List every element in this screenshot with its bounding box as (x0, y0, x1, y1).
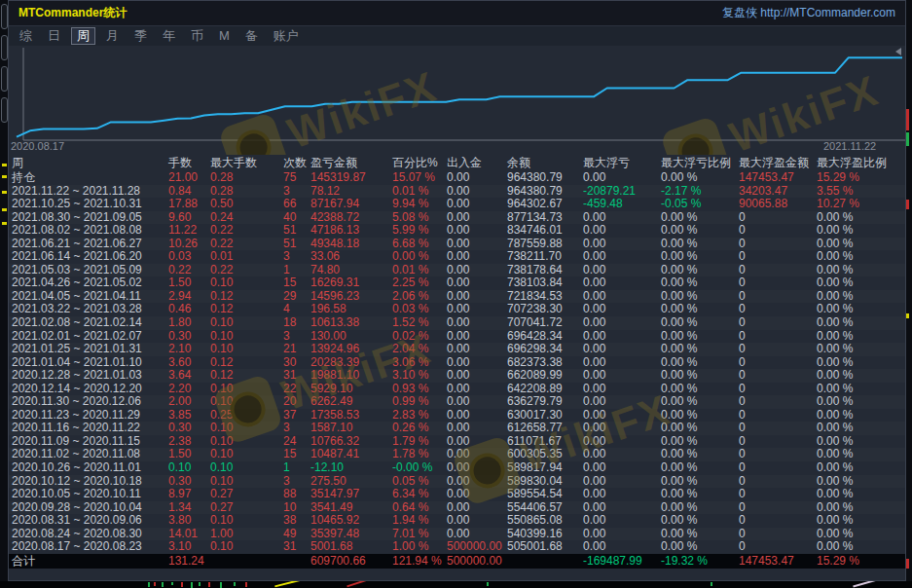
table-row[interactable]: 2020.12.14 ~ 2020.12.202.200.10225929.10… (9, 383, 905, 396)
table-row[interactable]: 2021.04.26 ~ 2021.05.021.500.101516269.3… (9, 276, 905, 290)
background-toolbar-button (1, 66, 8, 92)
menu-item-账户[interactable]: 账户 (269, 28, 304, 44)
table-cell: 10613.38 (310, 316, 392, 330)
table-row[interactable]: 2020.10.26 ~ 2020.11.010.100.101-12.10-0… (9, 461, 905, 475)
menu-item-日[interactable]: 日 (43, 28, 65, 44)
table-row[interactable]: 2020.11.16 ~ 2020.11.220.300.1031587.100… (9, 422, 905, 435)
table-cell: -2.17 % (661, 185, 739, 199)
menu-item-M[interactable]: M (214, 28, 235, 44)
table-cell: -20879.21 (583, 185, 661, 199)
table-row[interactable]: 2021.06.14 ~ 2021.06.200.030.01333.060.0… (9, 250, 905, 264)
table-row[interactable]: 2020.12.28 ~ 2021.01.033.640.123119881.1… (9, 369, 905, 383)
table-cell: 2021.04.05 ~ 2021.04.11 (12, 290, 168, 304)
table-cell: 721834.53 (507, 290, 583, 304)
menu-item-备[interactable]: 备 (240, 28, 263, 44)
table-cell: 88 (283, 488, 310, 501)
table-row[interactable]: 2020.10.12 ~ 2020.10.180.300.103275.500.… (9, 475, 905, 489)
table-row[interactable]: 2020.11.23 ~ 2020.11.293.850.253717358.5… (9, 409, 905, 423)
x-axis-end-label: 2021.11.22 (823, 140, 876, 152)
table-row[interactable]: 2021.08.30 ~ 2021.09.059.600.244042388.7… (9, 211, 905, 225)
menu-item-周[interactable]: 周 (71, 27, 95, 45)
open-position-row[interactable]: 持仓21.000.2875145319.8715.07 %0.00964380.… (9, 171, 905, 185)
table-row[interactable]: 2020.11.09 ~ 2020.11.152.380.102410766.3… (9, 435, 905, 449)
table-cell: 2021.11.22 ~ 2021.11.28 (12, 185, 168, 199)
table-row[interactable]: 2020.10.05 ~ 2020.10.118.970.278835147.9… (9, 488, 905, 501)
table-cell: 10766.32 (310, 435, 392, 449)
table-cell: 0.00 % (817, 488, 905, 501)
table-cell: 0.00 (583, 343, 661, 356)
table-cell: 0.00 (447, 528, 507, 541)
menu-bar: 综日周月季年币M备账户 (9, 26, 905, 46)
table-cell: 147453.47 (739, 554, 817, 569)
table-cell: 0.00 (583, 276, 661, 290)
table-cell: 2021.10.25 ~ 2021.10.31 (12, 198, 168, 211)
table-cell: 78.12 (310, 185, 392, 199)
menu-item-币[interactable]: 币 (186, 28, 208, 44)
total-row[interactable]: 合计131.24609700.66121.94 %500000.00-16948… (9, 554, 905, 569)
table-cell: 0 (739, 369, 817, 383)
table-cell: 51 (283, 238, 310, 251)
background-chart-strip (0, 581, 912, 588)
table-cell: 275.50 (310, 475, 392, 489)
menu-item-年[interactable]: 年 (158, 28, 180, 44)
table-cell: 0 (739, 422, 817, 435)
table-cell: 0.00 (583, 369, 661, 383)
table-row[interactable]: 2021.01.04 ~ 2021.01.103.600.123020283.3… (9, 356, 905, 370)
background-candle-red (906, 559, 909, 569)
menu-item-季[interactable]: 季 (129, 28, 152, 44)
table-cell: 6.34 % (392, 488, 447, 501)
header-cell: 最大浮盈比例 (817, 155, 905, 171)
menu-item-月[interactable]: 月 (101, 28, 124, 44)
brand-link[interactable]: 复盘侠 http://MTCommander.com (722, 5, 895, 21)
table-row[interactable]: 2021.11.22 ~ 2021.11.280.840.28378.120.0… (9, 185, 905, 199)
table-cell: 1.94 % (392, 514, 447, 528)
table-cell: 0.00 (583, 211, 661, 225)
table-cell: 145319.87 (310, 171, 392, 185)
table-row[interactable]: 2020.08.31 ~ 2020.09.063.800.103810465.9… (9, 514, 905, 528)
table-cell: 0 (739, 290, 817, 304)
table-cell: 2020.11.09 ~ 2020.11.15 (12, 435, 168, 449)
table-row[interactable]: 2021.01.25 ~ 2021.01.312.100.102113924.9… (9, 343, 905, 356)
table-cell: 5.08 % (392, 211, 447, 225)
table-cell: 0.50 (210, 198, 283, 211)
table-row[interactable]: 2020.11.30 ~ 2020.12.062.000.10206262.49… (9, 395, 905, 409)
table-cell: 4 (283, 303, 310, 316)
table-cell: 738103.84 (507, 276, 583, 290)
table-cell: 0.10 (168, 461, 210, 475)
table-row[interactable]: 2020.08.24 ~ 2020.08.3014.011.004935397.… (9, 528, 905, 541)
table-cell: 0.00 (447, 211, 507, 225)
table-cell: 1.80 (168, 316, 210, 330)
table-cell: 10.27 % (817, 198, 905, 211)
table-row[interactable]: 2021.05.03 ~ 2021.05.090.220.22174.800.0… (9, 264, 905, 277)
table-row[interactable]: 2021.04.05 ~ 2021.04.112.940.122914596.2… (9, 290, 905, 304)
table-row[interactable]: 2021.02.08 ~ 2021.02.141.800.101810613.3… (9, 316, 905, 330)
table-cell: 0.00 % (661, 330, 739, 344)
table-cell: 0.10 (210, 448, 283, 461)
table-row[interactable]: 2020.08.17 ~ 2020.08.233.100.10315001.68… (9, 540, 905, 554)
table-cell: 0.00 (583, 316, 661, 330)
table-cell: 0.00 (447, 171, 507, 185)
table-cell: 0 (739, 211, 817, 225)
table-cell: 0.26 % (392, 422, 447, 435)
table-row[interactable]: 2021.08.02 ~ 2021.08.0811.220.225147186.… (9, 224, 905, 238)
table-cell: 10 (283, 501, 310, 515)
table-cell: 0.00 % (661, 461, 739, 475)
table-cell: 0.00 % (817, 290, 905, 304)
table-cell: 0.00 % (661, 435, 739, 449)
table-cell: 0.00 % (817, 461, 905, 475)
header-cell: 次数 (283, 155, 310, 171)
table-cell: 964380.79 (507, 171, 583, 185)
table-cell: 2021.02.08 ~ 2021.02.14 (12, 316, 168, 330)
table-cell: 21 (283, 343, 310, 356)
table-cell: 3.64 (168, 369, 210, 383)
table-row[interactable]: 2021.02.01 ~ 2021.02.070.300.103130.000.… (9, 330, 905, 344)
table-row[interactable]: 2021.06.21 ~ 2021.06.2710.260.225149348.… (9, 238, 905, 251)
table-row[interactable]: 2021.03.22 ~ 2021.03.280.460.124196.580.… (9, 303, 905, 316)
menu-item-综[interactable]: 综 (15, 28, 37, 44)
table-row[interactable]: 2021.10.25 ~ 2021.10.3117.880.506687167.… (9, 198, 905, 211)
table-row[interactable]: 2020.11.02 ~ 2020.11.081.500.101510487.4… (9, 448, 905, 461)
table-row[interactable]: 2020.09.28 ~ 2020.10.041.340.27103541.49… (9, 501, 905, 515)
table-cell: 0.00 % (817, 528, 905, 541)
scroll-left-arrow-icon[interactable] (895, 48, 901, 55)
table-cell: 0.00 (447, 514, 507, 528)
